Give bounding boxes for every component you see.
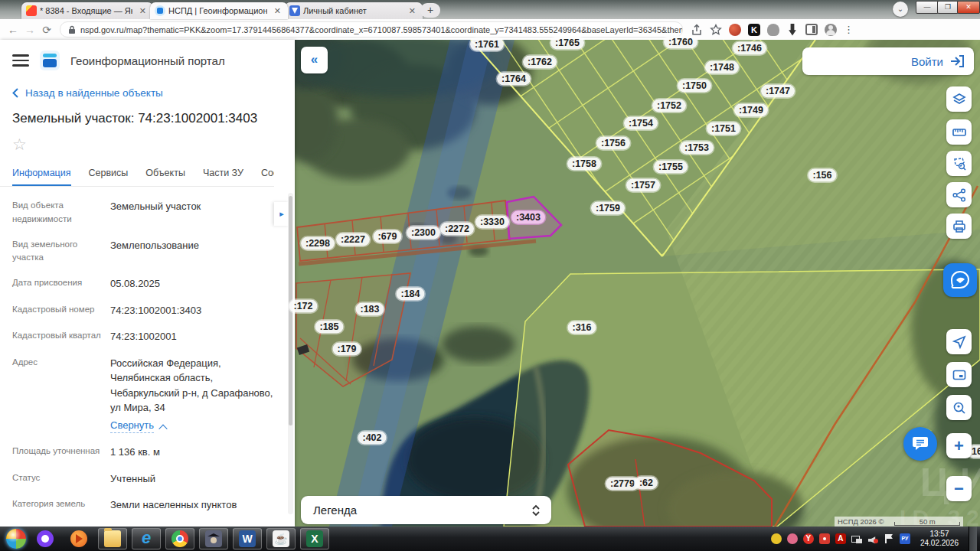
parcel-label[interactable]: :1758	[567, 158, 601, 171]
parcel-label[interactable]: :62	[635, 477, 658, 490]
parcel-label[interactable]: :1751	[707, 122, 740, 135]
tray-volume-icon[interactable]	[867, 533, 878, 544]
parcel-label[interactable]: :183	[355, 303, 384, 316]
chat-button[interactable]	[903, 427, 937, 461]
zoom-out-button[interactable]: −	[946, 476, 972, 501]
extension-pin-icon[interactable]	[786, 24, 799, 36]
back-to-results-link[interactable]: Назад в найденные объекты	[12, 87, 283, 99]
tabs-scroll-right-button[interactable]: ▸	[274, 202, 289, 226]
extension-sidebar-icon[interactable]	[805, 24, 818, 35]
taskbar-chrome[interactable]	[165, 528, 194, 549]
parcel-label[interactable]: :1747	[761, 85, 795, 98]
parcel-label[interactable]: :316	[567, 321, 596, 334]
parcel-label[interactable]: :184	[396, 288, 424, 301]
parcel-label[interactable]: :1756	[596, 137, 630, 150]
tab-nspd[interactable]: НСПД | Геоинформационный п ✕	[150, 2, 288, 19]
select-area-button[interactable]	[946, 151, 972, 176]
show-desktop-button[interactable]	[969, 527, 977, 551]
hamburger-menu-icon[interactable]	[12, 54, 29, 67]
tray-pink-icon[interactable]	[787, 533, 798, 544]
parcel-label[interactable]: :179	[332, 343, 361, 356]
parcel-label[interactable]: :1753	[680, 142, 714, 155]
taskbar-java[interactable]: ☕	[266, 528, 296, 549]
start-button[interactable]	[6, 529, 26, 549]
search-area-button[interactable]	[946, 395, 972, 420]
parcel-label[interactable]: :2298	[301, 237, 335, 250]
tab-information[interactable]: Информация	[12, 163, 71, 186]
tab-zu-parts[interactable]: Части ЗУ	[203, 163, 243, 186]
parcel-label[interactable]: :1748	[705, 61, 739, 74]
tray-red-icon[interactable]	[819, 533, 830, 544]
parcel-label[interactable]: :679	[373, 230, 401, 243]
browser-menu-icon[interactable]: ⋮	[844, 24, 854, 35]
parcel-label[interactable]: :1757	[626, 179, 660, 192]
parcel-label[interactable]: :1749	[734, 104, 768, 117]
login-bar[interactable]: Войти	[802, 47, 974, 75]
assistant-button[interactable]	[943, 263, 977, 297]
browser-menu-chevron[interactable]: ⌄	[893, 2, 908, 17]
chat-widget[interactable]	[902, 425, 940, 464]
extension-basketball-icon[interactable]	[729, 24, 741, 36]
parcel-label[interactable]: :1754	[624, 117, 658, 130]
favorite-star-icon[interactable]: ☆	[12, 137, 283, 152]
share-map-button[interactable]	[946, 182, 972, 207]
panel-scrollbar[interactable]	[288, 193, 293, 514]
map-canvas[interactable]: ЦИАН ID 32734142	[295, 40, 980, 527]
parcel-label[interactable]: :1746	[733, 42, 766, 55]
tray-action-center-icon[interactable]	[884, 533, 894, 544]
taskbar-clock[interactable]: 13:57 24.02.2026	[916, 530, 963, 549]
parcel-label[interactable]: :3330	[475, 216, 509, 229]
taskbar-ie[interactable]: e	[132, 528, 161, 549]
parcel-label[interactable]: :1755	[654, 161, 688, 174]
profile-avatar[interactable]	[825, 24, 837, 36]
parcel-label[interactable]: :2227	[336, 233, 370, 246]
parcel-label[interactable]: :1750	[678, 80, 711, 93]
parcel-label[interactable]: :172	[289, 300, 317, 313]
tray-language-icon[interactable]: РУ	[900, 533, 910, 544]
tab-lk[interactable]: Личный кабинет ✕	[285, 2, 423, 19]
taskbar-excel[interactable]: X	[300, 528, 329, 549]
collapse-address-link[interactable]: Свернуть	[110, 418, 154, 434]
url-omnibox[interactable]: nspd.gov.ru/map?thematic=PKK&zoom=17.379…	[60, 21, 683, 37]
tray-yellow-icon[interactable]	[771, 533, 782, 544]
tab-yandex-mail[interactable]: * 8384 - Входящие — Яндекс По ✕	[21, 2, 153, 19]
tab-close-icon[interactable]: ✕	[137, 6, 149, 16]
share-icon[interactable]	[691, 24, 703, 36]
locate-me-button[interactable]	[946, 329, 972, 354]
taskbar-app[interactable]	[199, 528, 228, 549]
parcel-label[interactable]: :3403	[511, 211, 545, 224]
parcel-label[interactable]: :2300	[407, 227, 440, 240]
parcel-label[interactable]: :1761	[470, 38, 504, 51]
parcel-label[interactable]: :1762	[523, 56, 557, 69]
bookmark-star-icon[interactable]	[710, 24, 722, 36]
panel-collapse-button[interactable]: «	[301, 47, 328, 73]
forward-icon[interactable]: →	[21, 24, 38, 36]
tab-close-icon[interactable]: ✕	[407, 6, 418, 16]
extension-k-icon[interactable]: K	[748, 24, 760, 36]
tray-network-icon[interactable]	[851, 533, 862, 544]
parcel-label[interactable]: :156	[808, 169, 836, 182]
window-minimize-button[interactable]: —	[916, 1, 939, 14]
taskbar-explorer[interactable]	[98, 528, 127, 549]
legend-select[interactable]: Легенда	[301, 496, 551, 524]
parcel-label[interactable]: :1765	[550, 37, 584, 50]
tab-objects[interactable]: Объекты	[145, 163, 185, 186]
taskbar-alice[interactable]	[31, 528, 60, 549]
zoom-in-button[interactable]: +	[946, 433, 972, 458]
window-close-button[interactable]: ✕	[957, 1, 980, 14]
tray-pdf-icon[interactable]: A	[835, 533, 846, 544]
tab-composition[interactable]: Состав	[261, 163, 274, 186]
parcel-label[interactable]: :185	[315, 321, 343, 334]
window-maximize-button[interactable]: ❐	[937, 1, 959, 14]
parcel-label[interactable]: :402	[358, 432, 386, 445]
layers-button[interactable]	[946, 86, 972, 112]
extension-mitten-icon[interactable]	[767, 24, 779, 36]
new-tab-button[interactable]: +	[420, 3, 440, 18]
parcel-label[interactable]: :1764	[497, 73, 531, 86]
back-icon[interactable]: ←	[5, 24, 21, 36]
tab-services[interactable]: Сервисы	[89, 163, 129, 186]
tab-close-icon[interactable]: ✕	[272, 6, 283, 16]
parcel-label[interactable]: :2272	[440, 223, 474, 236]
minimap-button[interactable]	[946, 362, 972, 387]
reload-icon[interactable]: ⟳	[38, 24, 55, 36]
